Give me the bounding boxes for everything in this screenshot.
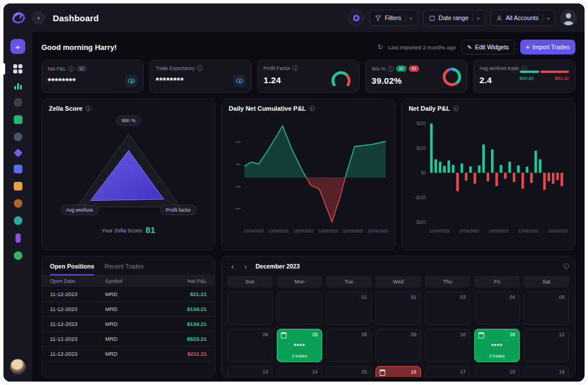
stat-label: Win % <box>372 66 386 72</box>
greeting-text: Good morning Harry! <box>41 43 117 52</box>
info-icon[interactable] <box>292 65 298 71</box>
sidebar-item-dashboard[interactable] <box>3 64 32 73</box>
calendar-day-loss[interactable]: 16**** <box>376 366 421 378</box>
sidebar-item-trades[interactable] <box>3 115 32 124</box>
col-net-pnl: Net P&L <box>158 278 207 284</box>
zella-score-value: 81 <box>146 225 156 235</box>
daily-journal-icon <box>14 98 22 107</box>
table-row[interactable]: 11-12-2023MRD$211.21 <box>42 347 215 361</box>
sidebar-expand-button[interactable] <box>32 11 45 24</box>
app-logo-icon[interactable] <box>11 10 26 25</box>
calendar-day[interactable]: 10 <box>425 329 470 362</box>
sidebar-item-community[interactable] <box>3 216 32 225</box>
calendar-day[interactable]: 13 <box>227 366 273 378</box>
table-row[interactable]: 11-12-2023MRD$134.21 <box>42 317 215 332</box>
calendar-day[interactable]: 02 <box>376 291 421 325</box>
stat-label: Avg win/loss trade <box>479 65 519 71</box>
calendar-header: December 2023 <box>227 261 569 271</box>
filter-icon <box>375 15 381 21</box>
edit-widgets-button[interactable]: Edit Widgets <box>461 40 515 55</box>
info-icon[interactable] <box>388 66 394 72</box>
calendar-day[interactable]: 04 <box>474 291 520 325</box>
x-tick-label: 12/09/2022 <box>489 229 509 233</box>
symbol-cell: MRD <box>105 336 158 342</box>
calendar-prev-button[interactable] <box>227 261 238 271</box>
user-avatar[interactable] <box>10 359 26 375</box>
reveal-value-button[interactable] <box>233 75 246 87</box>
day-header: Mon <box>277 276 322 287</box>
sidebar-item-daily-journal[interactable] <box>3 98 32 107</box>
sidebar-item-backtesting[interactable] <box>3 182 32 190</box>
table-row[interactable]: 11-12-2023MRD$523.21 <box>42 332 215 347</box>
info-icon[interactable] <box>197 65 203 71</box>
dashboard-icon <box>13 64 22 73</box>
university-icon <box>14 251 22 260</box>
day-number: 17 <box>461 369 466 375</box>
x-tick-label: 12/09/2022 <box>269 229 289 233</box>
table-row[interactable]: 11-12-2023MRD$134.21 <box>42 302 215 317</box>
import-trades-button[interactable]: Import Trades <box>520 40 575 55</box>
calendar-day[interactable] <box>277 291 322 325</box>
tab-open-positions[interactable]: Open Positions <box>50 263 94 270</box>
sidebar-item-analytics[interactable] <box>3 82 32 90</box>
sidebar-item-replay[interactable] <box>3 199 32 208</box>
sidebar-item-reports[interactable] <box>3 165 32 173</box>
pnl-cell: $134.21 <box>158 321 207 327</box>
day-number: 14 <box>312 369 318 375</box>
quick-actions-button[interactable] <box>348 10 364 26</box>
date-range-dropdown[interactable]: Date range <box>423 10 485 26</box>
sidebar-item-university[interactable] <box>3 251 32 260</box>
calendar-day[interactable]: 03 <box>425 291 470 325</box>
calendar-day[interactable] <box>227 291 273 325</box>
profile-avatar[interactable] <box>560 10 577 26</box>
calendar-day-win[interactable]: 28****2 trades <box>277 329 322 362</box>
x-tick-label: 12/09/2022 <box>343 229 363 233</box>
accounts-dropdown[interactable]: All Accounts <box>490 10 555 26</box>
info-icon[interactable] <box>309 106 315 111</box>
calendar-day[interactable]: 14 <box>277 366 322 378</box>
calendar-grid: 01020304050628****2 trades08091028****3 … <box>227 291 569 378</box>
open-date-cell: 11-12-2023 <box>50 336 105 342</box>
add-button[interactable]: + <box>10 39 25 54</box>
calendar-day-win[interactable]: 28****3 trades <box>474 329 520 362</box>
tab-recent-trades[interactable]: Recent Trades <box>105 263 144 270</box>
info-icon[interactable] <box>86 106 91 111</box>
day-number: 10 <box>461 332 466 337</box>
calendar-day[interactable]: 08 <box>326 329 372 362</box>
calendar-day[interactable]: 12 <box>524 329 569 362</box>
sidebar-item-notebook[interactable] <box>3 133 32 141</box>
calendar-next-button[interactable] <box>241 261 251 271</box>
x-tick-label: 12/09/2022 <box>368 229 388 233</box>
calendar-day[interactable]: 01 <box>326 291 372 325</box>
info-icon[interactable] <box>68 66 74 72</box>
count-badge: 12 <box>76 65 87 72</box>
svg-text:$0: $0 <box>421 170 426 176</box>
calendar-day[interactable]: 17 <box>425 366 470 378</box>
filters-dropdown[interactable]: Filters <box>369 10 418 26</box>
pnl-cell: $211.21 <box>158 351 207 357</box>
refresh-icon[interactable] <box>378 44 383 51</box>
sidebar-item-resources[interactable] <box>3 234 32 243</box>
day-number: 02 <box>411 294 416 300</box>
info-icon[interactable] <box>453 106 459 111</box>
greeting-row: Good morning Harry! Last imported 2 mont… <box>41 39 575 55</box>
x-tick-label: 12/09/2022 <box>548 229 568 233</box>
replay-icon <box>14 199 22 208</box>
masked-pnl: **** <box>277 343 322 349</box>
calendar-day[interactable]: 19 <box>524 366 569 378</box>
calendar-day[interactable]: 05 <box>524 291 569 325</box>
cumulative-chart: ************ <box>229 114 388 229</box>
calendar-day[interactable]: 09 <box>376 329 421 362</box>
wins-badge: 32 <box>396 65 407 72</box>
calendar-day[interactable]: 18 <box>474 366 520 378</box>
calendar-info-icon[interactable] <box>563 263 569 269</box>
calendar-day[interactable]: 06 <box>227 329 273 362</box>
reveal-value-button[interactable] <box>125 75 138 87</box>
app-header: Dashboard Filters <box>3 3 585 32</box>
table-row[interactable]: 11-12-2023MRD$21.21 <box>42 287 215 302</box>
journal-note-icon <box>380 370 385 376</box>
calendar-day[interactable]: 15 <box>326 366 372 378</box>
sidebar-item-playbook[interactable] <box>3 150 32 156</box>
svg-text:***: *** <box>236 141 241 146</box>
day-number: 13 <box>263 369 268 375</box>
